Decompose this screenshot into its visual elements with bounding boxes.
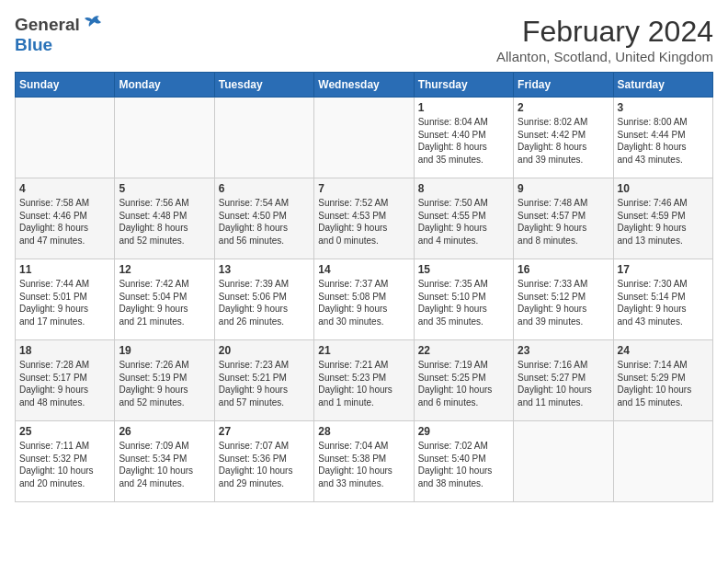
calendar-cell: 15Sunrise: 7:35 AM Sunset: 5:10 PM Dayli… — [414, 259, 513, 340]
calendar-cell: 8Sunrise: 7:50 AM Sunset: 4:55 PM Daylig… — [414, 178, 513, 259]
day-detail: Sunrise: 7:52 AM Sunset: 4:53 PM Dayligh… — [318, 197, 409, 247]
calendar-cell: 24Sunrise: 7:14 AM Sunset: 5:29 PM Dayli… — [613, 340, 712, 421]
day-number: 2 — [518, 101, 609, 114]
calendar-cell: 25Sunrise: 7:11 AM Sunset: 5:32 PM Dayli… — [16, 421, 115, 502]
day-detail: Sunrise: 7:04 AM Sunset: 5:38 PM Dayligh… — [318, 440, 409, 489]
day-detail: Sunrise: 7:56 AM Sunset: 4:48 PM Dayligh… — [119, 197, 210, 247]
calendar-cell: 19Sunrise: 7:26 AM Sunset: 5:19 PM Dayli… — [115, 340, 214, 421]
day-number: 3 — [618, 101, 709, 114]
day-detail: Sunrise: 7:19 AM Sunset: 5:25 PM Dayligh… — [418, 359, 509, 408]
day-detail: Sunrise: 7:23 AM Sunset: 5:21 PM Dayligh… — [219, 359, 310, 408]
calendar-week-row: 11Sunrise: 7:44 AM Sunset: 5:01 PM Dayli… — [16, 259, 713, 340]
logo: General Blue — [15, 15, 103, 55]
calendar-cell: 18Sunrise: 7:28 AM Sunset: 5:17 PM Dayli… — [16, 340, 115, 421]
calendar-table: SundayMondayTuesdayWednesdayThursdayFrid… — [15, 72, 713, 502]
day-detail: Sunrise: 7:16 AM Sunset: 5:27 PM Dayligh… — [518, 359, 609, 408]
day-detail: Sunrise: 7:46 AM Sunset: 4:59 PM Dayligh… — [618, 197, 709, 247]
calendar-cell: 21Sunrise: 7:21 AM Sunset: 5:23 PM Dayli… — [314, 340, 414, 421]
calendar-cell: 7Sunrise: 7:52 AM Sunset: 4:53 PM Daylig… — [314, 178, 414, 259]
calendar-cell: 20Sunrise: 7:23 AM Sunset: 5:21 PM Dayli… — [214, 340, 313, 421]
day-number: 21 — [318, 344, 409, 357]
calendar-cell: 28Sunrise: 7:04 AM Sunset: 5:38 PM Dayli… — [314, 421, 414, 502]
calendar-week-row: 4Sunrise: 7:58 AM Sunset: 4:46 PM Daylig… — [16, 178, 713, 259]
day-detail: Sunrise: 7:37 AM Sunset: 5:08 PM Dayligh… — [318, 278, 409, 327]
calendar-cell: 26Sunrise: 7:09 AM Sunset: 5:34 PM Dayli… — [115, 421, 214, 502]
day-detail: Sunrise: 7:26 AM Sunset: 5:19 PM Dayligh… — [119, 359, 210, 408]
day-detail: Sunrise: 8:00 AM Sunset: 4:44 PM Dayligh… — [618, 116, 709, 166]
day-of-week-header: Saturday — [613, 73, 712, 98]
day-detail: Sunrise: 7:39 AM Sunset: 5:06 PM Dayligh… — [219, 278, 310, 327]
day-detail: Sunrise: 7:54 AM Sunset: 4:50 PM Dayligh… — [219, 197, 310, 247]
day-detail: Sunrise: 7:42 AM Sunset: 5:04 PM Dayligh… — [119, 278, 210, 327]
calendar-week-row: 25Sunrise: 7:11 AM Sunset: 5:32 PM Dayli… — [16, 421, 713, 502]
calendar-cell — [214, 98, 313, 178]
day-number: 20 — [219, 344, 310, 357]
day-detail: Sunrise: 7:44 AM Sunset: 5:01 PM Dayligh… — [19, 278, 110, 327]
calendar-cell: 27Sunrise: 7:07 AM Sunset: 5:36 PM Dayli… — [214, 421, 313, 502]
day-number: 14 — [318, 263, 409, 276]
day-number: 6 — [219, 182, 310, 195]
month-title: February 2024 — [496, 15, 713, 49]
calendar-cell — [16, 98, 115, 178]
day-number: 19 — [119, 344, 210, 357]
calendar-cell — [613, 421, 712, 502]
day-detail: Sunrise: 7:50 AM Sunset: 4:55 PM Dayligh… — [418, 197, 509, 247]
day-number: 28 — [318, 425, 409, 438]
day-of-week-header: Monday — [115, 73, 214, 98]
day-of-week-header: Thursday — [414, 73, 513, 98]
day-of-week-header: Wednesday — [314, 73, 414, 98]
day-number: 13 — [219, 263, 310, 276]
calendar-cell: 22Sunrise: 7:19 AM Sunset: 5:25 PM Dayli… — [414, 340, 513, 421]
day-number: 12 — [119, 263, 210, 276]
calendar-cell: 14Sunrise: 7:37 AM Sunset: 5:08 PM Dayli… — [314, 259, 414, 340]
day-number: 15 — [418, 263, 509, 276]
day-number: 11 — [19, 263, 110, 276]
calendar-cell: 16Sunrise: 7:33 AM Sunset: 5:12 PM Dayli… — [514, 259, 613, 340]
day-number: 23 — [518, 344, 609, 357]
day-detail: Sunrise: 7:14 AM Sunset: 5:29 PM Dayligh… — [618, 359, 709, 408]
day-number: 5 — [119, 182, 210, 195]
calendar-cell: 12Sunrise: 7:42 AM Sunset: 5:04 PM Dayli… — [115, 259, 214, 340]
day-number: 10 — [618, 182, 709, 195]
day-number: 16 — [518, 263, 609, 276]
day-detail: Sunrise: 7:33 AM Sunset: 5:12 PM Dayligh… — [518, 278, 609, 327]
calendar-cell: 9Sunrise: 7:48 AM Sunset: 4:57 PM Daylig… — [514, 178, 613, 259]
day-number: 9 — [518, 182, 609, 195]
day-number: 27 — [219, 425, 310, 438]
day-detail: Sunrise: 8:02 AM Sunset: 4:42 PM Dayligh… — [518, 116, 609, 166]
calendar-cell — [314, 98, 414, 178]
calendar-week-row: 18Sunrise: 7:28 AM Sunset: 5:17 PM Dayli… — [16, 340, 713, 421]
calendar-cell: 2Sunrise: 8:02 AM Sunset: 4:42 PM Daylig… — [514, 98, 613, 178]
logo-bird-icon — [83, 15, 103, 35]
day-detail: Sunrise: 7:11 AM Sunset: 5:32 PM Dayligh… — [19, 440, 110, 489]
calendar-cell — [514, 421, 613, 502]
day-detail: Sunrise: 7:28 AM Sunset: 5:17 PM Dayligh… — [19, 359, 110, 408]
location-title: Allanton, Scotland, United Kingdom — [496, 49, 713, 64]
day-number: 22 — [418, 344, 509, 357]
calendar-cell: 5Sunrise: 7:56 AM Sunset: 4:48 PM Daylig… — [115, 178, 214, 259]
day-detail: Sunrise: 7:35 AM Sunset: 5:10 PM Dayligh… — [418, 278, 509, 327]
calendar-header-row: SundayMondayTuesdayWednesdayThursdayFrid… — [16, 73, 713, 98]
day-detail: Sunrise: 7:58 AM Sunset: 4:46 PM Dayligh… — [19, 197, 110, 247]
day-number: 4 — [19, 182, 110, 195]
calendar-cell: 6Sunrise: 7:54 AM Sunset: 4:50 PM Daylig… — [214, 178, 313, 259]
day-detail: Sunrise: 7:21 AM Sunset: 5:23 PM Dayligh… — [318, 359, 409, 408]
day-number: 29 — [418, 425, 509, 438]
calendar-cell — [115, 98, 214, 178]
header: General Blue February 2024 Allanton, Sco… — [15, 15, 713, 64]
day-number: 26 — [119, 425, 210, 438]
logo-blue-text: Blue — [15, 35, 52, 54]
day-of-week-header: Tuesday — [214, 73, 313, 98]
day-detail: Sunrise: 7:07 AM Sunset: 5:36 PM Dayligh… — [219, 440, 310, 489]
calendar-cell: 1Sunrise: 8:04 AM Sunset: 4:40 PM Daylig… — [414, 98, 513, 178]
logo-general-text: General — [15, 15, 80, 35]
calendar-cell: 23Sunrise: 7:16 AM Sunset: 5:27 PM Dayli… — [514, 340, 613, 421]
title-block: February 2024 Allanton, Scotland, United… — [496, 15, 713, 64]
day-detail: Sunrise: 7:30 AM Sunset: 5:14 PM Dayligh… — [618, 278, 709, 327]
calendar-week-row: 1Sunrise: 8:04 AM Sunset: 4:40 PM Daylig… — [16, 98, 713, 178]
calendar-cell: 29Sunrise: 7:02 AM Sunset: 5:40 PM Dayli… — [414, 421, 513, 502]
day-number: 24 — [618, 344, 709, 357]
day-detail: Sunrise: 7:02 AM Sunset: 5:40 PM Dayligh… — [418, 440, 509, 489]
day-detail: Sunrise: 7:09 AM Sunset: 5:34 PM Dayligh… — [119, 440, 210, 489]
calendar-cell: 3Sunrise: 8:00 AM Sunset: 4:44 PM Daylig… — [613, 98, 712, 178]
